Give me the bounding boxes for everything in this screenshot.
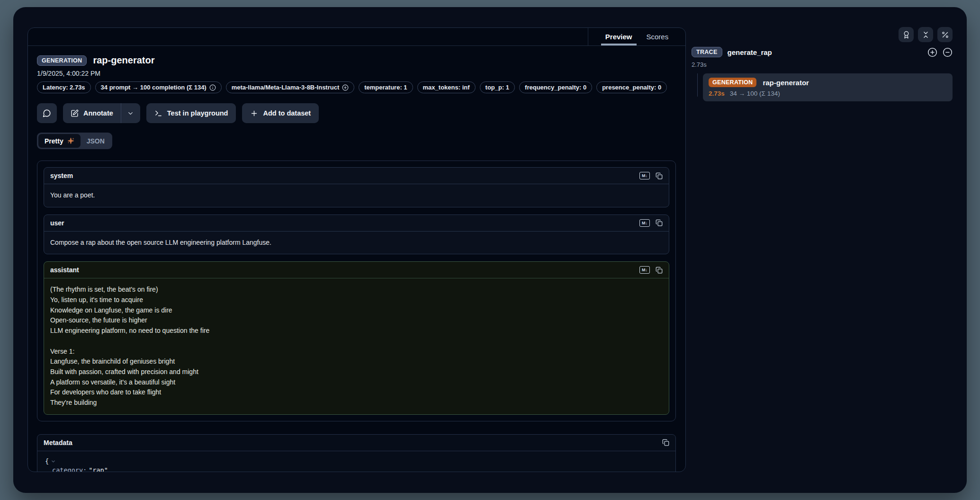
latency-pill: Latency: 2.73s [37,81,91,93]
role-label: user [50,219,64,227]
message-user: user M↓ Compose a rap about the open sou… [44,214,669,255]
tab-bar: Preview Scores [588,28,685,45]
pill-label: presence_penalty: 0 [602,84,661,91]
markdown-toggle-icon[interactable]: M↓ [639,219,650,227]
annotate-split-button: Annotate [63,103,140,123]
message-header-icons: M↓ [639,219,663,227]
page-title: rap-generator [93,55,154,66]
observation-latency: 2.73s [709,90,725,97]
copy-icon[interactable] [656,267,663,274]
card-header: Preview Scores [28,28,685,46]
pill-label: Latency: 2.73s [43,84,85,91]
info-icon [209,84,216,91]
message-header: system M↓ [44,168,669,184]
pill-label: temperature: 1 [364,84,407,91]
message-header: user M↓ [44,215,669,232]
collapse-all-button[interactable] [943,47,953,57]
panel-toolbar [899,27,953,42]
json-open-brace: { [45,457,49,466]
messages-container: system M↓ You are a poet. user [37,161,676,421]
observation-title-row: GENERATION rap-generator [709,78,947,87]
add-to-dataset-button[interactable]: Add to dataset [242,103,319,123]
percent-view-button[interactable] [937,27,953,42]
json-value: "rap" [89,466,108,472]
observation-tree-item[interactable]: GENERATION rap-generator 2.73s 34 → 100 … [703,73,953,101]
playground-label: Test in playground [167,109,228,117]
collapse-panel-button[interactable] [918,27,933,42]
message-content: (The rhythm is set, the beat's on fire) … [44,278,669,414]
test-in-playground-button[interactable]: Test in playground [146,103,236,123]
pill-label: 34 prompt → 100 completion (Σ 134) [101,84,207,91]
observation-type-badge: GENERATION [37,55,87,66]
metadata-section: Metadata { category: [37,434,676,472]
pill-label: frequency_penalty: 0 [525,84,586,91]
annotate-label: Annotate [83,109,113,117]
award-icon [902,31,910,39]
top-p-pill: top_p: 1 [480,81,515,93]
copy-icon[interactable] [656,172,663,179]
message-header-icons: M↓ [639,266,663,274]
circle-minus-icon [943,47,953,57]
tree-guide-line [697,73,698,97]
role-label: assistant [50,266,79,274]
pretty-label: Pretty [45,137,63,145]
message-content: Compose a rap about the open source LLM … [44,232,669,254]
metadata-header-icons [662,439,669,446]
metadata-json: { category: "rap" } [37,451,675,472]
tab-scores[interactable]: Scores [647,28,669,45]
circle-plus-icon [927,47,937,57]
scores-award-button[interactable] [899,27,914,42]
message-header: assistant M↓ [44,262,669,278]
timestamp: 1/9/2025, 4:00:22 PM [37,70,676,77]
comment-button[interactable] [37,103,57,123]
plus-icon [250,109,258,117]
observation-detail-card: Preview Scores GENERATION rap-generator … [27,27,686,472]
expand-all-button[interactable] [927,47,937,57]
annotate-button[interactable]: Annotate [63,103,121,123]
annotate-dropdown-button[interactable] [121,103,140,123]
circle-plus-icon[interactable] [342,84,349,91]
trace-row[interactable]: TRACE generate_rap [692,47,953,57]
toggle-pretty[interactable]: Pretty [38,134,81,148]
metadata-title: Metadata [44,439,72,446]
title-row: GENERATION rap-generator [37,55,676,66]
json-key: category: [52,466,87,472]
token-usage-pill[interactable]: 34 prompt → 100 completion (Σ 134) [95,81,222,93]
trace-name: generate_rap [728,48,772,56]
parameter-pills: Latency: 2.73s 34 prompt → 100 completio… [37,81,676,93]
app-window: Preview Scores GENERATION rap-generator … [13,7,967,493]
json-label: JSON [87,137,105,145]
collapse-chevron-icon[interactable] [51,459,56,464]
action-bar: Annotate Test in playground Add to datas… [37,103,676,123]
trace-latency: 2.73s [692,61,953,68]
copy-icon[interactable] [662,439,669,446]
message-system: system M↓ You are a poet. [44,167,669,207]
pen-square-icon [71,109,79,117]
chevron-down-icon [127,110,134,117]
markdown-toggle-icon[interactable]: M↓ [639,172,650,179]
observation-tokens: 34 → 100 (Σ 134) [730,90,780,97]
percent-icon [941,31,949,39]
sparkles-icon [67,137,74,144]
presence-penalty-pill: presence_penalty: 0 [596,81,667,93]
generation-badge: GENERATION [709,78,756,87]
pill-label: meta-llama/Meta-Llama-3-8B-Instruct [232,84,340,91]
max-tokens-pill: max_tokens: inf [417,81,476,93]
dataset-label: Add to dataset [263,109,311,117]
tab-preview[interactable]: Preview [605,28,632,45]
role-label: system [50,172,73,179]
markdown-toggle-icon[interactable]: M↓ [639,266,650,274]
terminal-icon [154,109,162,117]
trace-badge: TRACE [692,47,722,57]
message-circle-icon [43,109,51,117]
pill-label: max_tokens: inf [423,84,470,91]
card-body: GENERATION rap-generator 1/9/2025, 4:00:… [28,46,685,472]
trace-tree-panel: TRACE generate_rap 2.73s GENERATION rap-… [692,47,953,101]
toggle-json[interactable]: JSON [81,134,111,148]
temperature-pill: temperature: 1 [359,81,413,93]
copy-icon[interactable] [656,219,663,226]
observation-stats-row: 2.73s 34 → 100 (Σ 134) [709,90,947,97]
message-header-icons: M↓ [639,172,663,179]
model-pill[interactable]: meta-llama/Meta-Llama-3-8B-Instruct [226,81,355,93]
observation-tree: GENERATION rap-generator 2.73s 34 → 100 … [692,73,953,101]
